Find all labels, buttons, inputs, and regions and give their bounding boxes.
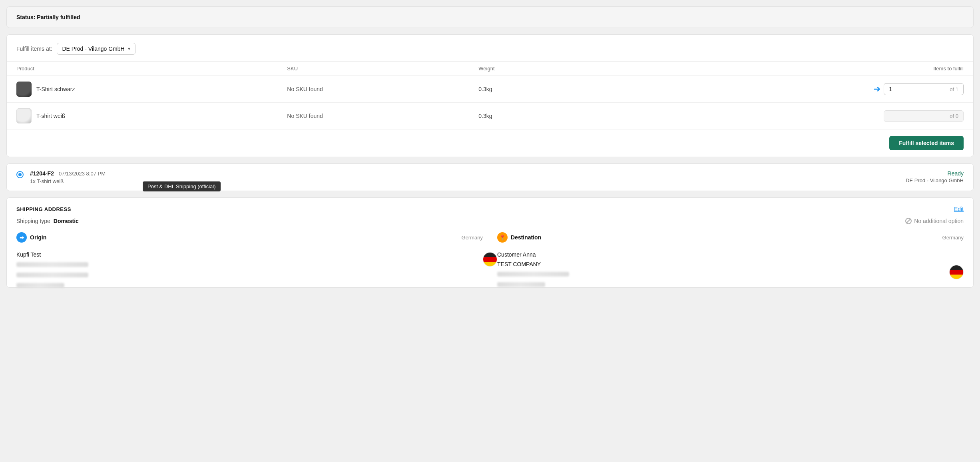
chevron-down-icon: ▾: [128, 46, 130, 52]
no-additional-label: No additional option: [914, 218, 964, 224]
fulfill-card: Fulfill items at: DE Prod - Vilango GmbH…: [6, 34, 974, 157]
order-id: #1204-F2: [30, 170, 54, 177]
order-date: 07/13/2023 8:07 PM: [59, 171, 106, 177]
product-name: T-shirt weiß: [36, 113, 65, 119]
order-row-card: #1204-F2 07/13/2023 8:07 PM 1x T-shirt w…: [6, 163, 974, 191]
fulfill-actions: Fulfill selected items: [7, 129, 973, 157]
ban-icon: [905, 218, 912, 224]
shipping-type-label: Shipping type: [16, 218, 50, 224]
shipping-type-value: Domestic: [54, 218, 79, 224]
qty-input-box-disabled: of 0: [884, 110, 964, 122]
order-location: DE Prod - Vilango GmbH: [906, 177, 964, 183]
edit-link[interactable]: Edit: [954, 206, 964, 212]
weight-cell: 0.3kg: [469, 76, 592, 103]
product-cell: T-Shirt schwarz: [7, 76, 277, 103]
tooltip-label: Post & DHL Shipping (official): [143, 181, 221, 191]
fulfill-selected-button[interactable]: Fulfill selected items: [889, 136, 964, 150]
order-status-ready: Ready: [906, 170, 964, 177]
table-row: T-Shirt schwarz No SKU found 0.3kg ➜ of …: [7, 76, 973, 103]
origin-col: ➡ Origin Germany Kupfi Test: [16, 232, 483, 289]
table-row: T-shirt weiß No SKU found 0.3kg of 0: [7, 103, 973, 129]
location-dropdown[interactable]: DE Prod - Vilango GmbH ▾: [57, 43, 135, 55]
sku-cell: No SKU found: [277, 76, 469, 103]
origin-icon: ➡: [16, 232, 27, 243]
address-columns-wrapper: ➡ Origin Germany Kupfi Test 📍: [16, 232, 964, 289]
product-thumbnail: [16, 82, 32, 97]
qty-input[interactable]: [889, 86, 913, 92]
col-header-product: Product: [7, 62, 277, 76]
qty-of-text: of 1: [950, 86, 958, 92]
sku-cell: No SKU found: [277, 103, 469, 129]
destination-col: 📍 Destination Germany Customer Anna TEST…: [497, 232, 964, 288]
weight-cell: 0.3kg: [469, 103, 592, 129]
fulfill-header: Fulfill items at: DE Prod - Vilango GmbH…: [7, 35, 973, 61]
destination-label: Destination: [511, 234, 541, 241]
shipping-type-row: Shipping type Domestic No additional opt…: [16, 218, 964, 224]
radio-button[interactable]: [16, 171, 24, 178]
arrow-right-icon: ➜: [873, 84, 880, 94]
col-header-items: Items to fulfill: [592, 62, 973, 76]
origin-label: Origin: [30, 234, 46, 241]
shipping-section-title: SHIPPING ADDRESS: [16, 206, 71, 212]
fulfill-input-cell: ➜ of 1: [592, 76, 973, 103]
destination-icon: 📍: [497, 232, 508, 243]
origin-country: Germany: [462, 235, 483, 241]
germany-flag-right-icon: [949, 265, 964, 279]
product-thumbnail: [16, 108, 32, 123]
shipping-header: SHIPPING ADDRESS Edit: [16, 206, 964, 212]
order-status-right: Ready DE Prod - Vilango GmbH: [906, 170, 964, 183]
product-cell: T-shirt weiß: [7, 103, 277, 129]
destination-customer: Customer Anna: [497, 251, 964, 258]
germany-flag-icon: [483, 252, 497, 267]
items-table: Product SKU Weight Items to fulfill T-Sh…: [7, 61, 973, 129]
fulfill-input-cell-disabled: of 0: [592, 103, 973, 129]
qty-input-box[interactable]: of 1: [884, 83, 964, 95]
fulfill-items-at-label: Fulfill items at:: [16, 46, 52, 52]
center-flag-wrapper: [483, 232, 497, 267]
status-text: Status: Partially fulfilled: [16, 14, 80, 20]
no-additional-option: No additional option: [905, 218, 964, 224]
col-header-sku: SKU: [277, 62, 469, 76]
origin-name: Kupfi Test: [16, 251, 483, 258]
col-header-weight: Weight: [469, 62, 592, 76]
destination-country: Germany: [942, 235, 964, 241]
qty-of-text-disabled: of 0: [950, 113, 958, 119]
shipping-card: SHIPPING ADDRESS Edit Shipping type Dome…: [6, 197, 974, 288]
product-name: T-Shirt schwarz: [36, 86, 75, 92]
location-dropdown-text: DE Prod - Vilango GmbH: [62, 46, 124, 52]
status-bar: Status: Partially fulfilled: [6, 6, 974, 28]
blurred-address-line: [497, 282, 545, 287]
blurred-address-line: [16, 283, 64, 288]
